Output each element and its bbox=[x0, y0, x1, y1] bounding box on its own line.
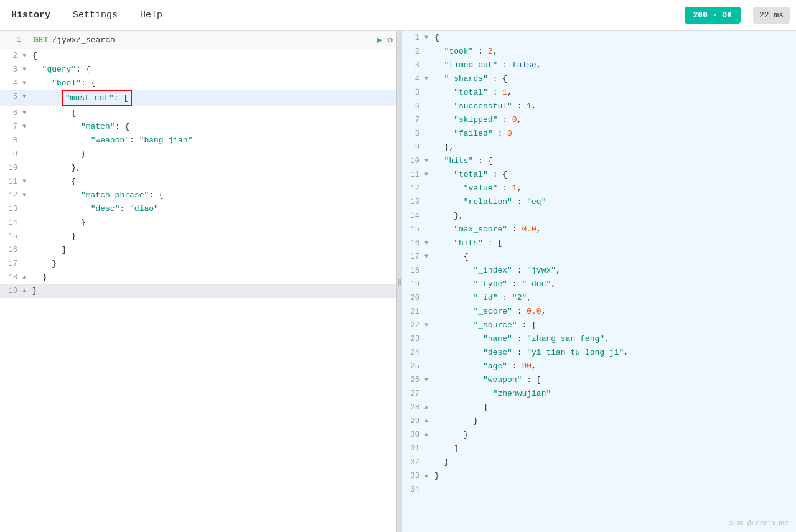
table-row: 31 ] bbox=[402, 442, 796, 455]
table-row: 14 } bbox=[0, 216, 396, 230]
table-row: 17 } bbox=[0, 257, 396, 271]
table-row: 18 ▲ } bbox=[0, 271, 396, 284]
table-row: 23 "name" : "zhang san feng", bbox=[402, 332, 796, 346]
get-method: GET bbox=[34, 35, 48, 45]
left-code-area[interactable]: 2 ▼ { 3 ▼ "query": { 4 ▼ "bool": { 5 ▼ bbox=[0, 49, 396, 532]
table-row: 9 }, bbox=[402, 141, 796, 154]
table-row: 12 "value" : 1, bbox=[402, 182, 796, 195]
table-row: 22 ▼ "_source" : { bbox=[402, 319, 796, 332]
left-panel: 1 GET /jywx/_search ▶ ⚙ 2 ▼ { 3 ▼ "query… bbox=[0, 31, 397, 532]
main-content: 1 GET /jywx/_search ▶ ⚙ 2 ▼ { 3 ▼ "query… bbox=[0, 31, 796, 532]
line-num-1: 1 bbox=[4, 35, 26, 44]
table-row: 10 ▼ "hits" : { bbox=[402, 154, 796, 168]
table-row: 19 ▲ } bbox=[0, 284, 396, 298]
table-row: 18 "_index" : "jywx", bbox=[402, 264, 796, 278]
menu-bar: History Settings Help 200 - OK 22 ms bbox=[0, 0, 796, 31]
table-row: 7 "skipped" : 0, bbox=[402, 113, 796, 127]
table-row: 5 "total" : 1, bbox=[402, 86, 796, 100]
table-row: 6 ▼ { bbox=[0, 106, 396, 120]
table-row: 27 "zhenwujian" bbox=[402, 387, 796, 401]
time-badge: 22 ms bbox=[753, 7, 790, 24]
table-row: 20 "_id" : "2", bbox=[402, 291, 796, 305]
table-row: 3 "timed_out" : false, bbox=[402, 58, 796, 72]
get-line: 1 GET /jywx/_search ▶ ⚙ bbox=[0, 31, 396, 49]
table-row: 21 "_score" : 0.0, bbox=[402, 305, 796, 319]
table-row: 9 } bbox=[0, 147, 396, 161]
table-row: 34 bbox=[402, 483, 796, 497]
table-row: 14 }, bbox=[402, 209, 796, 223]
table-row: 8 "failed" : 0 bbox=[402, 127, 796, 141]
table-row: 28 ▲ ] bbox=[402, 401, 796, 414]
table-row: 16 ▼ "hits" : [ bbox=[402, 236, 796, 250]
table-row: 1 ▼ { bbox=[402, 31, 796, 45]
wrench-icon[interactable]: ⚙ bbox=[388, 35, 393, 45]
table-row: 29 ▲ } bbox=[402, 414, 796, 428]
table-row: 4 ▼ "_shards" : { bbox=[402, 72, 796, 86]
table-row: 5 ▼ "must_not": [ bbox=[0, 90, 396, 106]
table-row: 24 "desc" : "yi tian tu long ji", bbox=[402, 346, 796, 360]
table-row: 12 ▼ "match_phrase": { bbox=[0, 189, 396, 202]
table-row: 25 "age" : 90, bbox=[402, 360, 796, 373]
get-url: /jywx/_search bbox=[52, 35, 115, 45]
menu-history[interactable]: History bbox=[6, 7, 55, 24]
table-row: 2 "took" : 2, bbox=[402, 45, 796, 58]
table-row: 32 } bbox=[402, 455, 796, 469]
table-row: 16 ] bbox=[0, 243, 396, 257]
table-row: 17 ▼ { bbox=[402, 250, 796, 264]
table-row: 8 "weapon": "bang jian" bbox=[0, 134, 396, 147]
table-row: 4 ▼ "bool": { bbox=[0, 77, 396, 90]
table-row: 13 "desc": "diao" bbox=[0, 202, 396, 216]
right-code-area[interactable]: 1 ▼ { 2 "took" : 2, 3 "timed_out" : fals… bbox=[402, 31, 796, 532]
menu-settings[interactable]: Settings bbox=[68, 7, 123, 24]
table-row: 15 } bbox=[0, 230, 396, 243]
right-panel: 1 ▼ { 2 "took" : 2, 3 "timed_out" : fals… bbox=[402, 31, 796, 532]
run-icon[interactable]: ▶ bbox=[377, 34, 383, 46]
status-badge: 200 - OK bbox=[685, 7, 741, 24]
table-row: 13 "relation" : "eq" bbox=[402, 195, 796, 209]
table-row: 3 ▼ "query": { bbox=[0, 63, 396, 77]
watermark: CSDN @FeenixOne bbox=[727, 520, 789, 527]
table-row: 7 ▼ "match": { bbox=[0, 120, 396, 134]
table-row: 33 ▲ } bbox=[402, 469, 796, 483]
table-row: 26 ▼ "weapon" : [ bbox=[402, 373, 796, 387]
table-row: 2 ▼ { bbox=[0, 49, 396, 63]
fold-1 bbox=[26, 37, 34, 44]
table-row: 15 "max_score" : 0.0, bbox=[402, 223, 796, 236]
menu-help[interactable]: Help bbox=[135, 7, 167, 24]
table-row: 10 }, bbox=[0, 161, 396, 175]
table-row: 11 ▼ "total" : { bbox=[402, 168, 796, 182]
panel-divider[interactable]: ‖ bbox=[397, 31, 402, 532]
table-row: 30 ▲ } bbox=[402, 428, 796, 442]
table-row: 11 ▼ { bbox=[0, 175, 396, 189]
table-row: 6 "successful" : 1, bbox=[402, 100, 796, 113]
table-row: 19 "_type" : "_doc", bbox=[402, 278, 796, 291]
